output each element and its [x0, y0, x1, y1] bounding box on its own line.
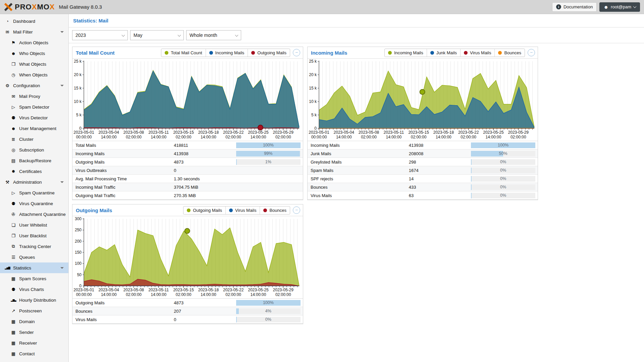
- sidebar-item-cluster[interactable]: ≣Cluster: [0, 134, 68, 144]
- table-row-virus-mails: Virus Mails630%: [308, 191, 538, 200]
- legend-label: Virus Mails: [470, 50, 491, 55]
- sidebar-item-mail-filter[interactable]: ✉Mail Filter: [0, 26, 68, 37]
- row-label: Bounces: [308, 185, 409, 190]
- percent-bar: 100%: [471, 142, 535, 148]
- chevron-down-icon[interactable]: [60, 31, 64, 33]
- collapse-panel-button[interactable]: −: [293, 49, 300, 56]
- sidebar-item-attachment-quarantine[interactable]: ✇Attachment Quarantine: [0, 209, 68, 220]
- chevron-down-icon[interactable]: [60, 85, 64, 86]
- sidebar-item-tracking-center[interactable]: ⧉Tracking Center: [0, 241, 68, 252]
- sidebar-item-who-objects[interactable]: ☻Who Objects: [0, 48, 68, 59]
- sidebar-item-label: Spam Scores: [19, 276, 46, 281]
- sidebar-item-spam-scores[interactable]: ▦Spam Scores: [0, 273, 68, 284]
- sidebar-item-contact[interactable]: ▦Contact: [0, 348, 68, 359]
- row-bar-cell: 1%: [236, 159, 303, 165]
- sidebar-item-label: User Whitelist: [19, 223, 47, 228]
- percent-bar: 4%: [236, 308, 301, 314]
- sidebar-item-label: User Management: [19, 126, 56, 131]
- sidebar-item-hourly-distribution[interactable]: ▂▆▃Hourly Distribution: [0, 295, 68, 305]
- sidebar-item-administration[interactable]: ⚒Administration: [0, 177, 68, 187]
- panel-title: Incoming Mails: [311, 50, 347, 56]
- legend-label: Bounces: [504, 50, 521, 55]
- x-axis-time-label: 14:00:00: [201, 292, 216, 297]
- legend-outgoing-mails[interactable]: Outgoing Mails: [248, 49, 290, 57]
- legend-junk-mails[interactable]: Junk Mails: [427, 49, 460, 57]
- sidebar-item-user-management[interactable]: ☻User Management: [0, 123, 68, 134]
- range-select[interactable]: Whole month: [186, 30, 241, 40]
- sidebar-item-statistics[interactable]: ▂▅▇Statistics: [0, 262, 68, 273]
- collapse-panel-button[interactable]: −: [528, 49, 535, 56]
- sidebar-item-user-whitelist[interactable]: ❏User Whitelist: [0, 220, 68, 230]
- row-bar-cell: 50%: [471, 151, 538, 157]
- sidebar-item-when-objects[interactable]: ◷When Objects: [0, 69, 68, 80]
- legend-virus-mails[interactable]: Virus Mails: [460, 49, 494, 57]
- x-axis-date-label: 2023-05-18: [433, 130, 454, 135]
- sidebar-item-postscreen[interactable]: ↗Postscreen: [0, 305, 68, 316]
- sidebar-item-what-objects[interactable]: ❒What Objects: [0, 59, 68, 69]
- month-select[interactable]: May: [130, 30, 184, 40]
- legend: Outgoing MailsVirus MailsBounces: [183, 206, 290, 215]
- sidebar-item-dashboard[interactable]: ◔Dashboard: [0, 16, 68, 26]
- wrench-icon: ⚒: [4, 180, 11, 185]
- row-value: 1.30 seconds: [174, 176, 236, 181]
- sidebar-item-virus-detector[interactable]: ⚉Virus Detector: [0, 112, 68, 123]
- sidebar-item-user-blacklist[interactable]: ❐User Blacklist: [0, 230, 68, 241]
- sidebar-item-sender[interactable]: ▦Sender: [0, 327, 68, 338]
- percent-bar-text: 1%: [236, 159, 301, 165]
- legend-dot-icon: [165, 51, 168, 55]
- panel-title: Total Mail Count: [76, 50, 115, 56]
- legend-virus-mails[interactable]: Virus Mails: [225, 206, 260, 214]
- sidebar-item-action-objects[interactable]: ⚑Action Objects: [0, 37, 68, 48]
- legend-incoming-mails[interactable]: Incoming Mails: [206, 49, 248, 57]
- legend-outgoing-mails[interactable]: Outgoing Mails: [183, 206, 225, 214]
- documentation-button[interactable]: i Documentation: [552, 2, 597, 12]
- sidebar-item-label: Virus Detector: [19, 115, 48, 120]
- percent-bar-text: 0%: [471, 176, 535, 182]
- x-axis-date-label: 2023-05-22: [458, 130, 479, 135]
- flag-icon: ⚑: [10, 40, 17, 45]
- sidebar-item-queues[interactable]: ☰Queues: [0, 252, 68, 262]
- sidebar-item-label: Backup/Restore: [19, 158, 51, 163]
- sidebar-item-spam-detector[interactable]: ▷Spam Detector: [0, 102, 68, 112]
- percent-bar: 0%: [471, 159, 535, 165]
- outgoing-mails-chart[interactable]: 0501001502002503002023-05-0100:00:002023…: [72, 217, 303, 298]
- x-axis-date-label: 2023-05-25: [248, 288, 269, 292]
- row-value: 413938: [409, 143, 471, 148]
- sidebar-item-domain[interactable]: ▦Domain: [0, 316, 68, 327]
- row-label: Virus Mails: [72, 317, 174, 322]
- x-axis-date-label: 2023-05-11: [384, 130, 404, 135]
- legend-bounces[interactable]: Bounces: [494, 49, 525, 57]
- chevron-down-icon[interactable]: [60, 267, 64, 269]
- sidebar-item-mail-proxy[interactable]: ✉Mail Proxy: [0, 91, 68, 102]
- incoming-mails-chart[interactable]: 05 k10 k15 k20 k25 k2023-05-0100:00:0020…: [308, 59, 538, 141]
- year-select[interactable]: 2023: [72, 30, 128, 40]
- collapse-panel-button[interactable]: −: [293, 206, 300, 214]
- sidebar-item-configuration[interactable]: ⚙Configuration: [0, 80, 68, 91]
- legend-incoming-mails[interactable]: Incoming Mails: [385, 49, 427, 57]
- user-menu-button[interactable]: ☻ root@pam: [599, 2, 640, 12]
- sidebar-item-spam-quarantine[interactable]: ▷Spam Quarantine: [0, 187, 68, 198]
- hover-marker-dot: [420, 89, 425, 95]
- sidebar-item-receiver[interactable]: ▦Receiver: [0, 338, 68, 348]
- total-mail-count-chart[interactable]: 05 k10 k15 k20 k25 k2023-05-0100:00:0020…: [72, 59, 303, 141]
- x-axis-time-label: 02:00:00: [126, 135, 142, 139]
- row-label: Incoming Mails: [72, 151, 174, 156]
- sidebar-item-label: Configuration: [13, 83, 40, 88]
- sidebar-item-virus-charts[interactable]: ⚉Virus Charts: [0, 284, 68, 295]
- percent-bar-text: 0%: [236, 317, 301, 322]
- row-bar-cell: 0%: [471, 168, 538, 173]
- sidebar-item-subscription[interactable]: ◎Subscription: [0, 144, 68, 155]
- row-label: Virus Mails: [308, 193, 409, 198]
- legend-bounces[interactable]: Bounces: [260, 206, 290, 214]
- chevron-down-icon[interactable]: [60, 181, 64, 183]
- legend-total-mail-count[interactable]: Total Mail Count: [161, 49, 205, 57]
- sidebar-item-label: Certificates: [19, 169, 42, 174]
- sidebar-item-virus-quarantine[interactable]: ⚉Virus Quarantine: [0, 198, 68, 209]
- sidebar-item-certificates[interactable]: ✹Certificates: [0, 166, 68, 177]
- x-axis-time-label: 02:00:00: [225, 135, 241, 139]
- legend-dot-icon: [498, 51, 502, 55]
- sidebar-item-backup-restore[interactable]: ▤Backup/Restore: [0, 155, 68, 166]
- percent-bar: 50%: [471, 151, 535, 157]
- legend-dot-icon: [229, 208, 233, 212]
- row-value: 413938: [174, 151, 236, 156]
